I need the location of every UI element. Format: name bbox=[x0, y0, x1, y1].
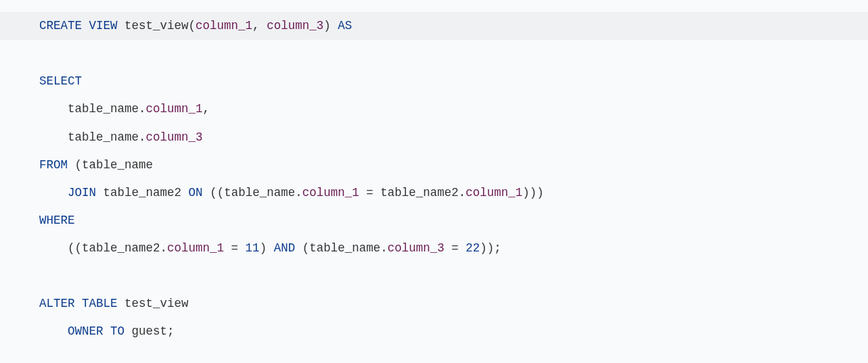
code-line-7: WHERE bbox=[39, 214, 75, 227]
keyword-as: AS bbox=[338, 19, 352, 32]
identifier: table_name bbox=[82, 158, 153, 172]
punct: ) bbox=[323, 19, 331, 32]
keyword-create: CREATE bbox=[39, 19, 82, 32]
operator: = bbox=[359, 186, 381, 199]
column: column_3 bbox=[388, 241, 444, 255]
punct: ( bbox=[75, 158, 83, 172]
column: column_1 bbox=[146, 102, 203, 116]
operator: = bbox=[224, 241, 246, 255]
keyword-owner: OWNER bbox=[68, 324, 104, 338]
identifier: table_name2 bbox=[104, 186, 182, 199]
code-line-4: table_name.column_3 bbox=[39, 130, 203, 144]
identifier: table_name bbox=[68, 102, 139, 116]
column: column_1 bbox=[465, 186, 522, 199]
punct: ; bbox=[167, 324, 175, 338]
identifier: table_name bbox=[224, 186, 295, 199]
identifier: table_name2 bbox=[82, 241, 160, 255]
column: column_1 bbox=[196, 19, 252, 32]
identifier: guest bbox=[132, 324, 168, 338]
identifier: table_name2 bbox=[380, 186, 459, 199]
keyword-where: WHERE bbox=[39, 214, 75, 227]
operator: = bbox=[444, 241, 466, 255]
keyword-table: TABLE bbox=[82, 297, 118, 310]
code-line-9: ALTER TABLE test_view bbox=[39, 297, 189, 310]
column: column_3 bbox=[267, 19, 323, 32]
punct: )); bbox=[480, 241, 501, 255]
code-line-8: ((table_name2.column_1 = 11) AND (table_… bbox=[39, 241, 501, 255]
column: column_1 bbox=[167, 241, 224, 255]
identifier: test_view bbox=[124, 297, 189, 310]
punct: . bbox=[380, 241, 388, 255]
identifier: table_name bbox=[68, 130, 139, 144]
code-block: CREATE VIEW test_view(column_1, column_3… bbox=[0, 0, 868, 361]
punct: (( bbox=[68, 241, 82, 255]
keyword-select: SELECT bbox=[39, 74, 82, 88]
punct: (( bbox=[210, 186, 224, 199]
keyword-from: FROM bbox=[39, 158, 68, 172]
punct: . bbox=[459, 186, 466, 199]
punct: ( bbox=[189, 19, 196, 32]
column: column_1 bbox=[302, 186, 359, 199]
code-line-10: OWNER TO guest; bbox=[39, 324, 175, 338]
code-line-5: FROM (table_name bbox=[39, 158, 153, 172]
keyword-view: VIEW bbox=[89, 19, 118, 32]
number: 11 bbox=[246, 241, 260, 255]
column: column_3 bbox=[146, 130, 203, 144]
code-line-6: JOIN table_name2 ON ((table_name.column_… bbox=[39, 186, 544, 199]
punct: . bbox=[139, 130, 146, 144]
code-line-3: table_name.column_1, bbox=[39, 102, 210, 116]
keyword-and: AND bbox=[274, 241, 296, 255]
punct: ( bbox=[302, 241, 310, 255]
keyword-on: ON bbox=[189, 186, 203, 199]
punct: , bbox=[203, 102, 210, 116]
code-line-2: SELECT bbox=[39, 74, 82, 88]
keyword-alter: ALTER bbox=[39, 297, 75, 310]
punct: , bbox=[252, 19, 260, 32]
identifier: test_view bbox=[124, 19, 189, 32]
punct: . bbox=[139, 102, 146, 116]
keyword-to: TO bbox=[110, 324, 124, 338]
keyword-join: JOIN bbox=[68, 186, 96, 199]
punct: . bbox=[160, 241, 168, 255]
punct: ))) bbox=[522, 186, 544, 199]
number: 22 bbox=[465, 241, 480, 255]
code-line-1: CREATE VIEW test_view(column_1, column_3… bbox=[0, 12, 868, 40]
punct: . bbox=[295, 186, 302, 199]
identifier: table_name bbox=[309, 241, 380, 255]
punct: ) bbox=[260, 241, 267, 255]
